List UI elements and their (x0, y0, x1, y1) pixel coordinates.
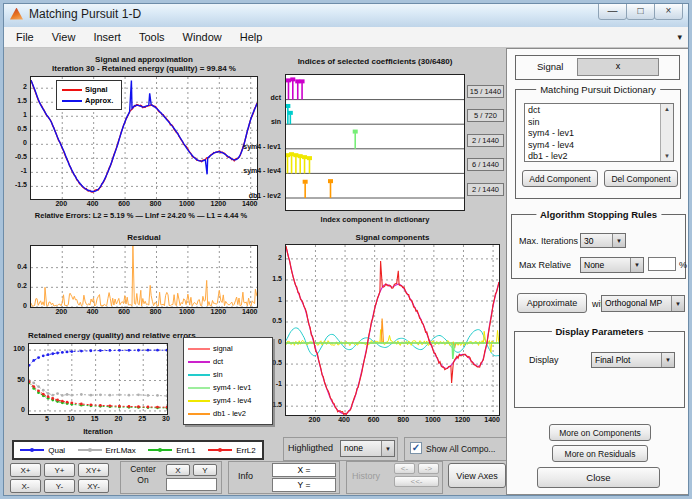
center-label: Center (124, 464, 162, 474)
plot-xlabel: Index component in dictionary (285, 215, 465, 224)
listbox-scrollbar[interactable]: ▲ ▼ (660, 104, 673, 161)
percent-label: % (679, 260, 687, 270)
dictionary-listbox[interactable]: ▲ ▼ dctsinsym4 - lev1sym4 - lev4db1 - le… (524, 103, 674, 162)
plot-axes[interactable] (285, 74, 465, 211)
legend-dot-icon (88, 448, 92, 452)
chevron-down-icon: ▼ (381, 441, 394, 456)
scroll-up-icon[interactable]: ▲ (661, 106, 673, 112)
more-on-components-button[interactable]: More on Components (549, 424, 651, 441)
view-axes-button[interactable]: View Axes (448, 463, 506, 488)
del-component-button[interactable]: Del Component (604, 170, 678, 187)
zoom-x-plus-button[interactable]: X+ (10, 463, 41, 477)
chevron-down-icon: ▼ (661, 353, 674, 367)
legend-entry: sym4 - lev4 (185, 394, 271, 407)
dictionary-item[interactable]: sin (525, 117, 659, 129)
legend-entry: sin (185, 368, 271, 381)
window-title: Matching Pursuit 1-D (29, 7, 141, 21)
x-tick-label: 200 (49, 200, 73, 207)
close-panel-button[interactable]: Close (537, 467, 660, 488)
add-component-button[interactable]: Add Component (522, 170, 598, 187)
more-on-residuals-button[interactable]: More on Residuals (552, 445, 648, 462)
approximate-button[interactable]: Approximate (517, 293, 587, 313)
max-relative-dropdown[interactable]: None ▼ (580, 257, 644, 273)
menu-item[interactable]: Tools (130, 28, 174, 46)
dictionary-item[interactable]: dct (525, 105, 659, 117)
minimize-button[interactable]: — (598, 3, 627, 20)
zoom-xy-minus-button[interactable]: XY- (78, 479, 109, 493)
zoom-xy-plus-button[interactable]: XY+ (78, 463, 109, 477)
legend-line-icon (20, 449, 44, 451)
menu-item[interactable]: File (7, 28, 43, 46)
dictionary-item[interactable]: db1 - lev2 (525, 151, 659, 162)
info-x-field[interactable]: X = (272, 463, 336, 477)
x-tick-label: 1400 (238, 200, 262, 207)
signal-value-field[interactable]: x (577, 58, 659, 76)
zoom-y-plus-button[interactable]: Y+ (44, 463, 75, 477)
menu-bar: FileViewInsertToolsWindowHelp ▾ (3, 27, 689, 48)
plot-axes[interactable] (28, 343, 168, 415)
zoom-y-minus-button[interactable]: Y- (44, 479, 75, 493)
plot-axes[interactable] (285, 244, 500, 416)
history-forward-button[interactable]: -> (418, 463, 439, 474)
highlighted-value: none (341, 441, 381, 456)
y-tick-label: 1 (260, 296, 282, 303)
legend-line-icon (62, 100, 82, 102)
legend-entry: Approx. (59, 95, 119, 106)
history-rewind-button[interactable]: <<- (394, 476, 439, 487)
plot-axes[interactable] (30, 245, 258, 308)
method-dropdown[interactable]: Orthogonal MP ▼ (601, 295, 685, 312)
x-tick-label: 400 (332, 416, 356, 423)
maximize-button[interactable]: □ (626, 3, 655, 20)
menu-item[interactable]: Window (174, 28, 231, 46)
y-tick-label: 1.5 (260, 275, 282, 282)
y-tick-label: 100 (3, 345, 25, 352)
dictionary-row-label: dct (221, 94, 281, 101)
max-iterations-dropdown[interactable]: 30 ▼ (580, 233, 626, 248)
legend-label: Signal (85, 85, 108, 94)
center-on-input[interactable] (166, 478, 217, 491)
plot-title: Indices of selected coefficients (30/648… (285, 57, 465, 66)
history-label: History (352, 471, 380, 481)
menu-item[interactable]: View (43, 28, 85, 46)
legend-line-icon (62, 89, 82, 91)
plot-title: Retained energy (quality) and relative e… (28, 331, 168, 340)
x-tick-label: 200 (302, 416, 326, 423)
display-dropdown[interactable]: Final Plot ▼ (591, 352, 675, 368)
close-button[interactable]: × (654, 3, 683, 20)
x-tick-label: 20 (106, 415, 130, 422)
legend-label: ErrLMax (106, 446, 136, 455)
coefficient-count-box: 2 / 1440 (467, 183, 504, 196)
show-all-checkbox[interactable]: ✓ (410, 442, 422, 454)
display-label: Display (529, 355, 559, 365)
y-tick-label: -0.5 (5, 153, 27, 160)
info-y-field[interactable]: Y = (272, 478, 336, 492)
zoom-x-minus-button[interactable]: X- (10, 479, 41, 493)
y-tick-label: 2 (5, 83, 27, 90)
x-tick-label: 600 (112, 200, 136, 207)
history-back-button[interactable]: <- (394, 463, 415, 474)
scroll-down-icon[interactable]: ▼ (661, 153, 673, 159)
x-tick-label: 1400 (238, 308, 262, 315)
relative-errors-text: Relative Errors: L2 = 5.19 % — LInf = 24… (10, 211, 272, 220)
x-tick-label: 600 (112, 308, 136, 315)
dictionary-item[interactable]: sym4 - lev4 (525, 140, 659, 152)
coefficient-count-box: 15 / 1440 (467, 85, 504, 98)
x-tick-label: 1000 (175, 308, 199, 315)
menu-item[interactable]: Insert (84, 28, 130, 46)
center-x-button[interactable]: X (166, 464, 190, 476)
y-tick-label: 0.2 (5, 282, 27, 289)
dictionary-row-label: db1 - lev2 (221, 192, 281, 199)
dictionary-item[interactable]: sym4 - lev1 (525, 128, 659, 140)
title-bar[interactable]: Matching Pursuit 1-D — □ × (0, 0, 692, 27)
legend-label: Approx. (85, 96, 113, 105)
coefficient-count-box: 5 / 720 (467, 109, 504, 122)
highlighted-label: Highligthed (288, 443, 333, 453)
dock-arrow-icon[interactable]: ▾ (677, 32, 682, 42)
center-y-button[interactable]: Y (193, 464, 217, 476)
plot-subtitle: Iteration 30 - Retained energy (quality)… (30, 64, 258, 73)
y-tick-label: 1.5 (5, 97, 27, 104)
max-relative-percent-input[interactable] (648, 257, 676, 271)
highlighted-dropdown[interactable]: none ▼ (340, 440, 395, 457)
plot-canvas (286, 75, 464, 210)
menu-item[interactable]: Help (231, 28, 272, 46)
